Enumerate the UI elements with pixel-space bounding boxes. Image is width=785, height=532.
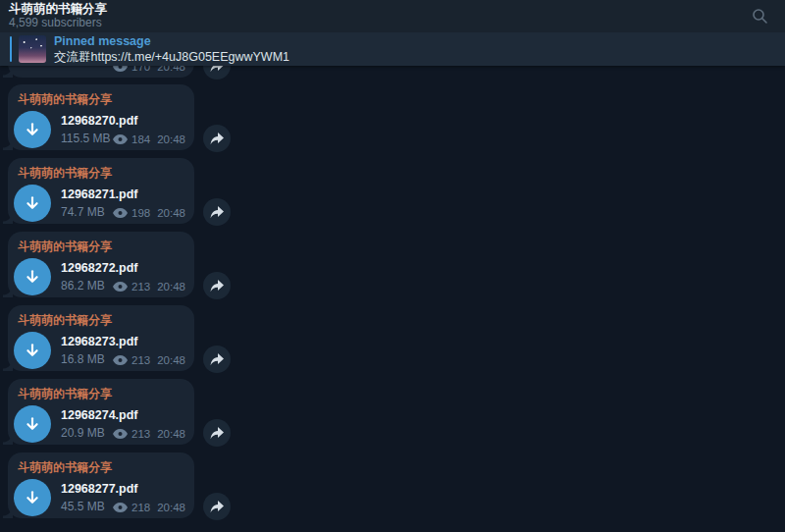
message-meta: 198 20:48 [113, 207, 185, 219]
message-time: 20:48 [157, 133, 185, 145]
forward-arrow-icon [210, 280, 224, 293]
file-name: 12968271.pdf [61, 187, 138, 202]
message-meta: 213 20:48 [113, 281, 185, 293]
eye-icon [113, 355, 128, 365]
message-row: 斗萌萌的书籍分享 12968271.pdf 74.7 MB [8, 158, 263, 224]
forward-button[interactable] [203, 125, 231, 152]
sender-name: 斗萌萌的书籍分享 [18, 91, 184, 108]
file-name: 12968273.pdf [61, 335, 138, 349]
download-arrow-icon [24, 489, 41, 506]
message-time: 20:48 [157, 354, 185, 366]
eye-icon [113, 282, 128, 292]
download-button[interactable] [14, 258, 51, 295]
forward-button[interactable] [203, 198, 231, 226]
message-row-partial: 170 20:48 [8, 66, 263, 78]
view-count: 184 [131, 133, 150, 145]
forward-arrow-icon [210, 501, 224, 513]
view-count: 213 [131, 281, 150, 293]
pinned-message-text: 交流群https://t.me/+4uJ8G05EEgwwYWM1 [54, 50, 289, 65]
eye-icon [113, 503, 128, 512]
download-arrow-icon [24, 415, 41, 433]
message-row: 斗萌萌的书籍分享 12968270.pdf 115.5 MB [8, 84, 263, 150]
forward-arrow-icon [210, 353, 224, 366]
message-bubble[interactable]: 斗萌萌的书籍分享 12968272.pdf 86.2 MB [8, 232, 194, 297]
sender-name: 斗萌萌的书籍分享 [18, 312, 184, 329]
eye-icon [113, 134, 128, 144]
forward-button[interactable] [203, 272, 231, 299]
pinned-message-bar[interactable]: Pinned message 交流群https://t.me/+4uJ8G05E… [0, 32, 785, 66]
message-time: 20:48 [157, 207, 185, 219]
chat-header-info[interactable]: 斗萌萌的书籍分享 4,599 subscribers [9, 2, 107, 30]
file-name: 12968270.pdf [61, 114, 138, 129]
search-button[interactable] [748, 5, 771, 28]
pinned-accent-bar [10, 36, 12, 62]
forward-button[interactable] [203, 493, 231, 520]
chat-subscribers-count: 4,599 subscribers [9, 17, 107, 30]
chat-title: 斗萌萌的书籍分享 [9, 2, 107, 16]
message-bubble[interactable]: 斗萌萌的书籍分享 12968271.pdf 74.7 MB [8, 158, 194, 224]
download-arrow-icon [24, 194, 41, 212]
sender-name: 斗萌萌的书籍分享 [18, 459, 184, 476]
eye-icon [113, 429, 128, 439]
message-meta: 213 20:48 [113, 428, 185, 440]
view-count: 213 [131, 354, 150, 366]
telegram-channel-window: 斗萌萌的书籍分享 4,599 subscribers Pinned messag… [0, 0, 785, 532]
pinned-label: Pinned message [54, 34, 289, 49]
eye-icon [113, 66, 128, 72]
view-count: 198 [131, 207, 150, 219]
message-list[interactable]: 170 20:48 斗萌萌的书籍分享 [0, 66, 785, 532]
forward-arrow-icon [210, 427, 224, 440]
file-name: 12968272.pdf [61, 261, 138, 276]
message-bubble[interactable]: 斗萌萌的书籍分享 12968274.pdf 20.9 MB [8, 379, 194, 445]
message-time: 20:48 [157, 502, 185, 513]
message-row: 斗萌萌的书籍分享 12968277.pdf 45.5 MB [8, 452, 263, 518]
message-bubble[interactable]: 斗萌萌的书籍分享 12968270.pdf 115.5 MB [8, 84, 194, 150]
file-name: 12968274.pdf [61, 408, 138, 423]
pinned-thumbnail-image [19, 35, 46, 63]
forward-button[interactable] [203, 419, 231, 447]
view-count: 213 [131, 428, 150, 440]
message-row: 斗萌萌的书籍分享 12968273.pdf 16.8 MB [8, 305, 263, 371]
message-meta: 213 20:48 [113, 354, 185, 366]
download-button[interactable] [14, 332, 51, 369]
message-time: 20:48 [157, 428, 185, 440]
message-time: 20:48 [157, 66, 185, 73]
download-button[interactable] [14, 405, 51, 443]
forward-arrow-icon [210, 133, 224, 145]
message-meta: 184 20:48 [113, 133, 185, 145]
message-bubble[interactable]: 斗萌萌的书籍分享 12968277.pdf 45.5 MB [8, 452, 194, 518]
forward-arrow-icon [210, 206, 224, 219]
message-meta: 218 20:48 [113, 502, 185, 513]
view-count: 170 [131, 66, 150, 73]
sender-name: 斗萌萌的书籍分享 [18, 386, 184, 402]
message-time: 20:48 [157, 281, 185, 293]
download-arrow-icon [24, 268, 41, 286]
download-button[interactable] [14, 479, 51, 516]
message-row: 斗萌萌的书籍分享 12968274.pdf 20.9 MB [8, 379, 263, 445]
download-arrow-icon [24, 121, 41, 138]
search-icon [752, 8, 768, 25]
download-arrow-icon [24, 342, 41, 359]
file-name: 12968277.pdf [61, 482, 138, 497]
view-count: 218 [131, 502, 150, 513]
message-meta: 170 20:48 [113, 66, 185, 73]
sender-name: 斗萌萌的书籍分享 [18, 239, 184, 255]
message-bubble[interactable]: 170 20:48 [8, 66, 194, 78]
forward-button[interactable] [203, 66, 231, 80]
sender-name: 斗萌萌的书籍分享 [18, 165, 184, 182]
chat-header: 斗萌萌的书籍分享 4,599 subscribers [0, 0, 785, 32]
message-row: 斗萌萌的书籍分享 12968272.pdf 86.2 MB [8, 232, 263, 297]
message-bubble[interactable]: 斗萌萌的书籍分享 12968273.pdf 16.8 MB [8, 305, 194, 371]
download-button[interactable] [14, 185, 51, 222]
pinned-texts: Pinned message 交流群https://t.me/+4uJ8G05E… [54, 34, 289, 65]
download-button[interactable] [14, 111, 51, 148]
forward-arrow-icon [210, 66, 224, 73]
forward-button[interactable] [203, 346, 231, 373]
eye-icon [113, 208, 128, 218]
